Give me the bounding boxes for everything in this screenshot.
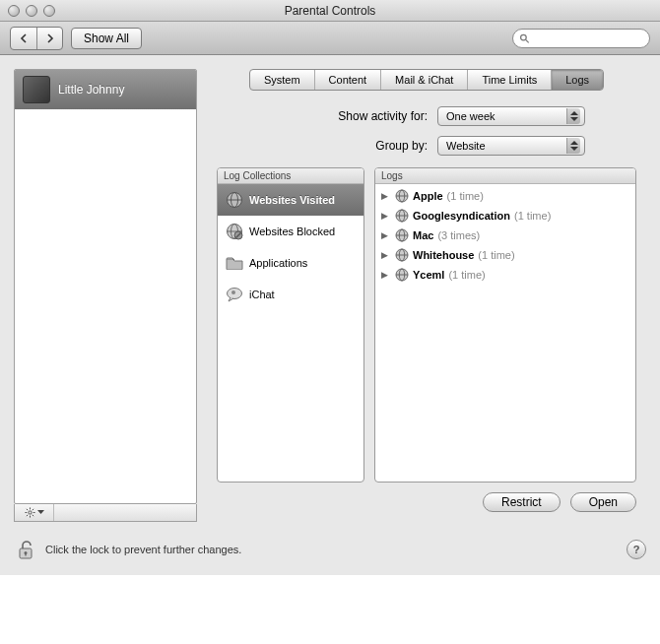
- log-collections-list[interactable]: Websites Visited Websites Blocked: [218, 184, 363, 482]
- footer: Click the lock to prevent further change…: [0, 530, 660, 575]
- action-menu-button[interactable]: [15, 504, 54, 521]
- log-row[interactable]: ▶ Apple (1 time): [375, 186, 635, 206]
- svg-rect-38: [25, 553, 26, 556]
- disclosure-triangle-icon[interactable]: ▶: [381, 211, 391, 221]
- zoom-window-button[interactable]: [43, 5, 55, 17]
- activity-value: One week: [446, 110, 495, 122]
- chevron-left-icon: [19, 33, 29, 43]
- log-site-name: Yceml: [413, 269, 444, 281]
- restrict-button[interactable]: Restrict: [483, 492, 561, 512]
- logs-list[interactable]: ▶ Apple (1 time) ▶ Googlesyndication (1 …: [375, 184, 635, 482]
- globe-icon: [395, 248, 409, 262]
- svg-line-7: [26, 509, 27, 510]
- nav-segmented-control: [10, 27, 63, 50]
- globe-icon: [226, 191, 243, 209]
- log-site-name: Apple: [413, 190, 443, 202]
- tab-system[interactable]: System: [250, 70, 314, 90]
- main-panel: System Content Mail & iChat Time Limits …: [207, 69, 646, 522]
- log-row[interactable]: ▶ Googlesyndication (1 time): [375, 206, 635, 225]
- logs-box: Logs ▶ Apple (1 time) ▶ Googlesyndicatio…: [374, 167, 636, 483]
- svg-point-0: [521, 34, 527, 40]
- svg-line-1: [526, 39, 529, 42]
- close-window-button[interactable]: [8, 5, 20, 17]
- log-site-name: Googlesyndication: [413, 210, 510, 222]
- log-row[interactable]: ▶ Whitehouse (1 time): [375, 245, 635, 265]
- forward-button[interactable]: [36, 28, 62, 49]
- popup-arrows-icon: [566, 138, 580, 154]
- log-collections-box: Log Collections Websites Visited: [217, 167, 364, 483]
- chat-bubble-icon: [226, 286, 243, 303]
- log-collections-header: Log Collections: [218, 168, 363, 184]
- user-avatar: [23, 76, 50, 103]
- log-count: (1 time): [478, 249, 514, 261]
- collection-label: Websites Blocked: [249, 225, 335, 237]
- open-button[interactable]: Open: [570, 492, 636, 512]
- collection-ichat[interactable]: iChat: [218, 279, 363, 310]
- disclosure-triangle-icon[interactable]: ▶: [381, 270, 391, 280]
- back-button[interactable]: [11, 28, 36, 49]
- chevron-down-icon: [37, 510, 44, 515]
- svg-point-2: [28, 511, 31, 514]
- groupby-popup[interactable]: Website: [437, 136, 585, 156]
- activity-popup[interactable]: One week: [437, 106, 585, 126]
- folder-icon: [226, 254, 243, 272]
- collection-applications[interactable]: Applications: [218, 247, 363, 279]
- log-site-name: Whitehouse: [413, 249, 474, 261]
- svg-line-9: [26, 515, 27, 516]
- user-list[interactable]: Little Johnny: [14, 69, 197, 504]
- log-row[interactable]: ▶ Mac (3 times): [375, 225, 635, 245]
- user-name: Little Johnny: [58, 83, 124, 97]
- log-count: (3 times): [437, 229, 480, 241]
- titlebar: Parental Controls: [0, 0, 660, 22]
- globe-icon: [395, 228, 409, 242]
- tab-logs[interactable]: Logs: [551, 70, 603, 90]
- search-input[interactable]: [534, 32, 643, 45]
- activity-label: Show activity for:: [338, 109, 428, 123]
- log-count: (1 time): [514, 210, 551, 222]
- chevron-right-icon: [45, 33, 55, 43]
- log-count: (1 time): [448, 269, 485, 281]
- svg-line-8: [32, 515, 33, 516]
- show-all-button[interactable]: Show All: [71, 28, 142, 49]
- logs-panel: Show activity for: One week Group by: We…: [207, 93, 646, 522]
- log-row[interactable]: ▶ Yceml (1 time): [375, 265, 635, 285]
- disclosure-triangle-icon[interactable]: ▶: [381, 191, 391, 201]
- svg-point-20: [231, 290, 235, 294]
- globe-icon: [395, 209, 409, 223]
- search-icon: [519, 32, 530, 44]
- disclosure-triangle-icon[interactable]: ▶: [381, 250, 391, 260]
- globe-blocked-icon: [226, 223, 243, 240]
- tab-content[interactable]: Content: [314, 70, 381, 90]
- log-count: (1 time): [447, 190, 484, 202]
- globe-icon: [395, 189, 409, 203]
- collection-label: Websites Visited: [249, 194, 335, 206]
- groupby-label: Group by:: [375, 139, 428, 153]
- popup-arrows-icon: [566, 108, 580, 124]
- collection-websites-visited[interactable]: Websites Visited: [218, 184, 363, 216]
- tab-mail-ichat[interactable]: Mail & iChat: [380, 70, 467, 90]
- help-button[interactable]: ?: [627, 540, 646, 559]
- collection-websites-blocked[interactable]: Websites Blocked: [218, 216, 363, 247]
- tab-time-limits[interactable]: Time Limits: [467, 70, 551, 90]
- collection-label: iChat: [249, 289, 275, 300]
- help-icon: ?: [633, 544, 640, 555]
- gear-icon: [25, 507, 35, 518]
- user-row[interactable]: Little Johnny: [15, 70, 196, 109]
- sidebar-bottom-bar: [14, 504, 197, 522]
- lock-open-icon[interactable]: [14, 538, 37, 561]
- search-field[interactable]: [512, 29, 650, 48]
- toolbar: Show All: [0, 22, 660, 55]
- globe-icon: [395, 268, 409, 282]
- window-title: Parental Controls: [0, 4, 660, 18]
- accounts-sidebar: Little Johnny: [14, 69, 197, 522]
- log-site-name: Mac: [413, 229, 433, 241]
- tab-bar: System Content Mail & iChat Time Limits …: [249, 69, 604, 91]
- svg-line-10: [32, 509, 33, 510]
- lock-hint-text: Click the lock to prevent further change…: [45, 544, 241, 555]
- disclosure-triangle-icon[interactable]: ▶: [381, 230, 391, 240]
- minimize-window-button[interactable]: [26, 5, 37, 17]
- logs-header: Logs: [375, 168, 635, 184]
- collection-label: Applications: [249, 257, 307, 269]
- groupby-value: Website: [446, 140, 486, 152]
